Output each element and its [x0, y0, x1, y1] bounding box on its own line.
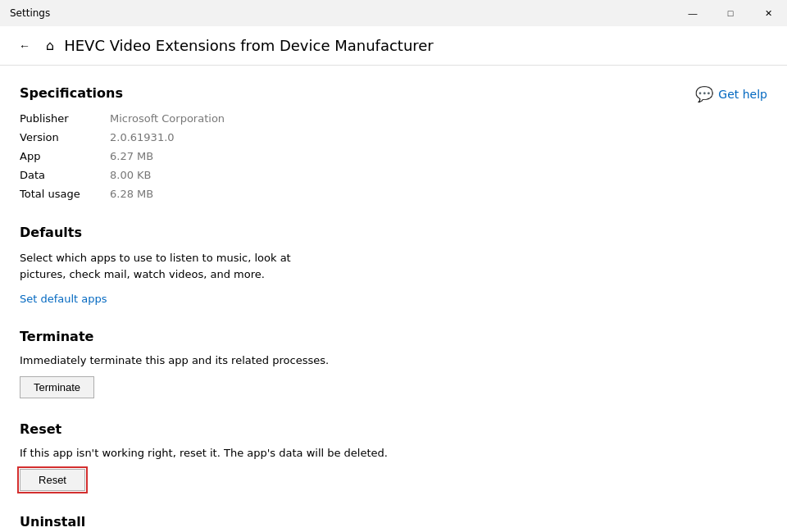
get-help-link[interactable]: Get help	[718, 88, 767, 101]
reset-title: Reset	[20, 421, 767, 437]
home-icon: ⌂	[46, 38, 54, 53]
version-value: 2.0.61931.0	[110, 130, 767, 145]
title-bar-controls: — □ ✕	[674, 0, 787, 26]
total-usage-value: 6.28 MB	[110, 186, 767, 202]
data-size-value: 8.00 KB	[110, 167, 767, 183]
data-size-label: Data	[20, 167, 110, 183]
publisher-value: Microsoft Corporation	[110, 111, 767, 126]
title-bar: Settings — □ ✕	[0, 0, 787, 26]
maximize-button[interactable]: □	[712, 0, 749, 26]
version-label: Version	[20, 130, 110, 145]
app-title: HEVC Video Extensions from Device Manufa…	[64, 37, 434, 54]
total-usage-label: Total usage	[20, 186, 110, 202]
reset-section: Reset If this app isn't working right, r…	[20, 421, 767, 491]
terminate-description: Immediately terminate this app and its r…	[20, 354, 767, 366]
defaults-title: Defaults	[20, 225, 767, 240]
settings-window: Settings — □ ✕ ← ⌂ HEVC Video Extensions…	[0, 0, 787, 532]
uninstall-section: Uninstall	[20, 514, 767, 530]
app-size-label: App	[20, 148, 110, 164]
terminate-title: Terminate	[20, 329, 767, 344]
defaults-section: Defaults Select which apps to use to lis…	[20, 225, 767, 306]
defaults-description: Select which apps to use to listen to mu…	[20, 250, 298, 282]
close-button[interactable]: ✕	[749, 0, 787, 26]
specifications-section: Specifications Publisher Microsoft Corpo…	[20, 85, 767, 202]
app-size-value: 6.27 MB	[110, 148, 767, 164]
terminate-button[interactable]: Terminate	[20, 376, 94, 398]
get-help-icon: 💬	[695, 85, 713, 102]
main-content: 💬 Get help Specifications Publisher Micr…	[0, 66, 787, 532]
title-bar-title: Settings	[10, 7, 50, 19]
minimize-button[interactable]: —	[674, 0, 712, 26]
spec-table: Publisher Microsoft Corporation Version …	[20, 111, 767, 202]
app-header: ← ⌂ HEVC Video Extensions from Device Ma…	[0, 26, 787, 66]
set-default-apps-link[interactable]: Set default apps	[20, 293, 107, 305]
back-button[interactable]: ←	[13, 34, 36, 57]
publisher-label: Publisher	[20, 111, 110, 126]
specifications-title: Specifications	[20, 85, 767, 101]
title-bar-left: Settings	[10, 7, 50, 19]
reset-button[interactable]: Reset	[20, 469, 85, 491]
uninstall-title: Uninstall	[20, 514, 767, 530]
reset-description: If this app isn't working right, reset i…	[20, 447, 767, 459]
terminate-section: Terminate Immediately terminate this app…	[20, 329, 767, 398]
get-help-area: 💬 Get help	[695, 85, 767, 102]
